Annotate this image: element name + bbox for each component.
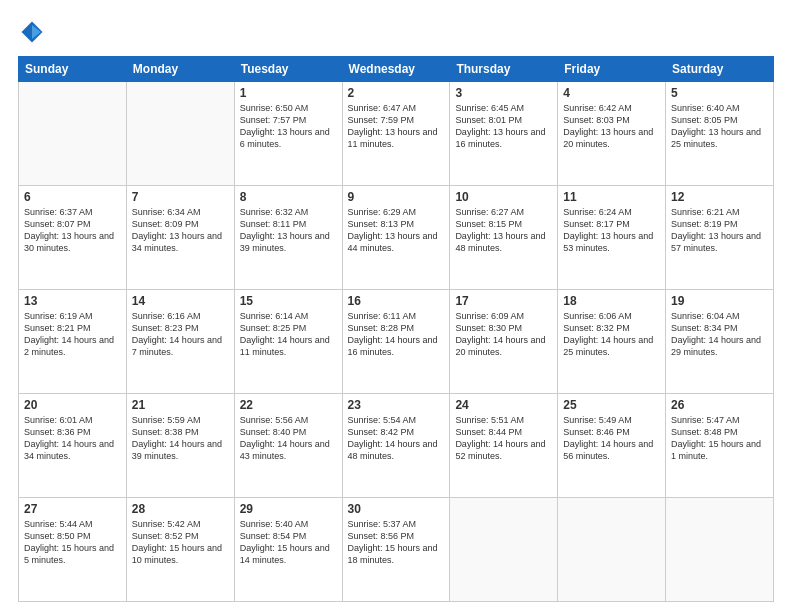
calendar-cell: 19Sunrise: 6:04 AM Sunset: 8:34 PM Dayli… xyxy=(666,290,774,394)
day-number: 22 xyxy=(240,398,337,412)
calendar-cell: 15Sunrise: 6:14 AM Sunset: 8:25 PM Dayli… xyxy=(234,290,342,394)
day-number: 6 xyxy=(24,190,121,204)
calendar-cell: 13Sunrise: 6:19 AM Sunset: 8:21 PM Dayli… xyxy=(19,290,127,394)
day-number: 26 xyxy=(671,398,768,412)
calendar-cell: 14Sunrise: 6:16 AM Sunset: 8:23 PM Dayli… xyxy=(126,290,234,394)
day-number: 4 xyxy=(563,86,660,100)
day-number: 15 xyxy=(240,294,337,308)
day-number: 24 xyxy=(455,398,552,412)
calendar-cell: 23Sunrise: 5:54 AM Sunset: 8:42 PM Dayli… xyxy=(342,394,450,498)
day-number: 27 xyxy=(24,502,121,516)
day-number: 7 xyxy=(132,190,229,204)
calendar-week-2: 6Sunrise: 6:37 AM Sunset: 8:07 PM Daylig… xyxy=(19,186,774,290)
calendar-cell: 9Sunrise: 6:29 AM Sunset: 8:13 PM Daylig… xyxy=(342,186,450,290)
logo xyxy=(18,18,50,46)
calendar-cell: 2Sunrise: 6:47 AM Sunset: 7:59 PM Daylig… xyxy=(342,82,450,186)
day-info: Sunrise: 6:27 AM Sunset: 8:15 PM Dayligh… xyxy=(455,206,552,255)
calendar-cell: 22Sunrise: 5:56 AM Sunset: 8:40 PM Dayli… xyxy=(234,394,342,498)
day-info: Sunrise: 6:09 AM Sunset: 8:30 PM Dayligh… xyxy=(455,310,552,359)
calendar-cell: 5Sunrise: 6:40 AM Sunset: 8:05 PM Daylig… xyxy=(666,82,774,186)
day-number: 8 xyxy=(240,190,337,204)
calendar-week-5: 27Sunrise: 5:44 AM Sunset: 8:50 PM Dayli… xyxy=(19,498,774,602)
calendar-header-monday: Monday xyxy=(126,57,234,82)
day-number: 21 xyxy=(132,398,229,412)
calendar-cell: 16Sunrise: 6:11 AM Sunset: 8:28 PM Dayli… xyxy=(342,290,450,394)
day-info: Sunrise: 6:01 AM Sunset: 8:36 PM Dayligh… xyxy=(24,414,121,463)
day-info: Sunrise: 5:42 AM Sunset: 8:52 PM Dayligh… xyxy=(132,518,229,567)
day-number: 16 xyxy=(348,294,445,308)
calendar-table: SundayMondayTuesdayWednesdayThursdayFrid… xyxy=(18,56,774,602)
calendar-header-wednesday: Wednesday xyxy=(342,57,450,82)
calendar-week-1: 1Sunrise: 6:50 AM Sunset: 7:57 PM Daylig… xyxy=(19,82,774,186)
calendar-cell: 17Sunrise: 6:09 AM Sunset: 8:30 PM Dayli… xyxy=(450,290,558,394)
day-number: 30 xyxy=(348,502,445,516)
day-number: 29 xyxy=(240,502,337,516)
day-number: 2 xyxy=(348,86,445,100)
calendar-cell xyxy=(450,498,558,602)
day-info: Sunrise: 6:06 AM Sunset: 8:32 PM Dayligh… xyxy=(563,310,660,359)
page: SundayMondayTuesdayWednesdayThursdayFrid… xyxy=(0,0,792,612)
day-number: 19 xyxy=(671,294,768,308)
day-number: 11 xyxy=(563,190,660,204)
calendar-cell: 10Sunrise: 6:27 AM Sunset: 8:15 PM Dayli… xyxy=(450,186,558,290)
day-info: Sunrise: 6:19 AM Sunset: 8:21 PM Dayligh… xyxy=(24,310,121,359)
day-number: 10 xyxy=(455,190,552,204)
calendar-week-3: 13Sunrise: 6:19 AM Sunset: 8:21 PM Dayli… xyxy=(19,290,774,394)
calendar-header-friday: Friday xyxy=(558,57,666,82)
day-info: Sunrise: 5:44 AM Sunset: 8:50 PM Dayligh… xyxy=(24,518,121,567)
day-info: Sunrise: 5:51 AM Sunset: 8:44 PM Dayligh… xyxy=(455,414,552,463)
day-info: Sunrise: 5:49 AM Sunset: 8:46 PM Dayligh… xyxy=(563,414,660,463)
calendar-cell: 8Sunrise: 6:32 AM Sunset: 8:11 PM Daylig… xyxy=(234,186,342,290)
day-number: 1 xyxy=(240,86,337,100)
calendar-cell: 11Sunrise: 6:24 AM Sunset: 8:17 PM Dayli… xyxy=(558,186,666,290)
day-number: 18 xyxy=(563,294,660,308)
calendar-header-saturday: Saturday xyxy=(666,57,774,82)
calendar-cell: 4Sunrise: 6:42 AM Sunset: 8:03 PM Daylig… xyxy=(558,82,666,186)
calendar-cell xyxy=(126,82,234,186)
calendar-week-4: 20Sunrise: 6:01 AM Sunset: 8:36 PM Dayli… xyxy=(19,394,774,498)
calendar-cell: 20Sunrise: 6:01 AM Sunset: 8:36 PM Dayli… xyxy=(19,394,127,498)
day-info: Sunrise: 6:16 AM Sunset: 8:23 PM Dayligh… xyxy=(132,310,229,359)
day-info: Sunrise: 6:37 AM Sunset: 8:07 PM Dayligh… xyxy=(24,206,121,255)
calendar-cell: 30Sunrise: 5:37 AM Sunset: 8:56 PM Dayli… xyxy=(342,498,450,602)
day-info: Sunrise: 6:40 AM Sunset: 8:05 PM Dayligh… xyxy=(671,102,768,151)
day-number: 9 xyxy=(348,190,445,204)
day-number: 5 xyxy=(671,86,768,100)
day-number: 13 xyxy=(24,294,121,308)
calendar-cell xyxy=(558,498,666,602)
calendar-header-row: SundayMondayTuesdayWednesdayThursdayFrid… xyxy=(19,57,774,82)
day-info: Sunrise: 6:32 AM Sunset: 8:11 PM Dayligh… xyxy=(240,206,337,255)
calendar-cell: 26Sunrise: 5:47 AM Sunset: 8:48 PM Dayli… xyxy=(666,394,774,498)
calendar-header-tuesday: Tuesday xyxy=(234,57,342,82)
day-info: Sunrise: 6:21 AM Sunset: 8:19 PM Dayligh… xyxy=(671,206,768,255)
calendar-cell xyxy=(19,82,127,186)
day-number: 17 xyxy=(455,294,552,308)
calendar-cell: 21Sunrise: 5:59 AM Sunset: 8:38 PM Dayli… xyxy=(126,394,234,498)
day-number: 25 xyxy=(563,398,660,412)
calendar-header-thursday: Thursday xyxy=(450,57,558,82)
day-info: Sunrise: 6:47 AM Sunset: 7:59 PM Dayligh… xyxy=(348,102,445,151)
day-info: Sunrise: 6:29 AM Sunset: 8:13 PM Dayligh… xyxy=(348,206,445,255)
day-info: Sunrise: 6:11 AM Sunset: 8:28 PM Dayligh… xyxy=(348,310,445,359)
calendar-cell: 28Sunrise: 5:42 AM Sunset: 8:52 PM Dayli… xyxy=(126,498,234,602)
day-info: Sunrise: 5:59 AM Sunset: 8:38 PM Dayligh… xyxy=(132,414,229,463)
day-info: Sunrise: 5:54 AM Sunset: 8:42 PM Dayligh… xyxy=(348,414,445,463)
logo-icon xyxy=(18,18,46,46)
calendar-cell: 12Sunrise: 6:21 AM Sunset: 8:19 PM Dayli… xyxy=(666,186,774,290)
calendar-cell: 25Sunrise: 5:49 AM Sunset: 8:46 PM Dayli… xyxy=(558,394,666,498)
day-number: 12 xyxy=(671,190,768,204)
calendar-cell: 18Sunrise: 6:06 AM Sunset: 8:32 PM Dayli… xyxy=(558,290,666,394)
calendar-cell: 1Sunrise: 6:50 AM Sunset: 7:57 PM Daylig… xyxy=(234,82,342,186)
day-info: Sunrise: 5:40 AM Sunset: 8:54 PM Dayligh… xyxy=(240,518,337,567)
day-info: Sunrise: 6:24 AM Sunset: 8:17 PM Dayligh… xyxy=(563,206,660,255)
day-info: Sunrise: 5:37 AM Sunset: 8:56 PM Dayligh… xyxy=(348,518,445,567)
day-number: 20 xyxy=(24,398,121,412)
day-number: 14 xyxy=(132,294,229,308)
calendar-header-sunday: Sunday xyxy=(19,57,127,82)
calendar-cell: 27Sunrise: 5:44 AM Sunset: 8:50 PM Dayli… xyxy=(19,498,127,602)
day-info: Sunrise: 5:47 AM Sunset: 8:48 PM Dayligh… xyxy=(671,414,768,463)
calendar-cell: 24Sunrise: 5:51 AM Sunset: 8:44 PM Dayli… xyxy=(450,394,558,498)
day-number: 23 xyxy=(348,398,445,412)
day-info: Sunrise: 5:56 AM Sunset: 8:40 PM Dayligh… xyxy=(240,414,337,463)
calendar-cell: 6Sunrise: 6:37 AM Sunset: 8:07 PM Daylig… xyxy=(19,186,127,290)
